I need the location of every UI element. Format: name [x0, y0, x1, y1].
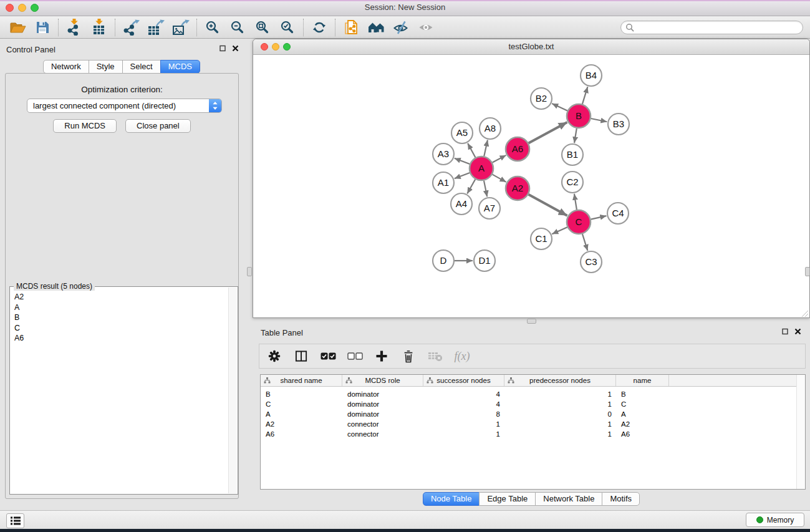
open-session-button[interactable]	[5, 18, 30, 37]
tab-motifs[interactable]: Motifs	[602, 492, 640, 506]
left-splitter-grip[interactable]	[247, 267, 252, 276]
function-builder-button[interactable]: f(x)	[453, 347, 471, 365]
graph-edge-A-A4[interactable]	[467, 179, 475, 193]
column-header-shared-name[interactable]: shared name	[261, 375, 342, 386]
hide-graphics-details-button[interactable]	[388, 18, 413, 37]
graph-node-C1[interactable]: C1	[531, 228, 552, 249]
float-panel-icon[interactable]	[782, 328, 789, 335]
result-item[interactable]: A	[14, 302, 238, 313]
graph-node-D[interactable]: D	[433, 250, 454, 271]
show-column-button[interactable]	[292, 347, 310, 365]
table-row[interactable]: A2connector11A2	[261, 419, 805, 429]
export-image-button[interactable]	[168, 18, 193, 37]
tab-edge-table[interactable]: Edge Table	[479, 492, 536, 506]
search-box[interactable]	[620, 21, 803, 34]
show-graphics-details-button[interactable]	[413, 18, 438, 37]
run-mcds-button[interactable]: Run MCDS	[53, 119, 117, 133]
graph-node-B1[interactable]: B1	[562, 144, 583, 165]
graph-node-B3[interactable]: B3	[608, 114, 629, 135]
column-header-name[interactable]: name	[616, 375, 669, 386]
table-row[interactable]: Adominator80A	[261, 409, 805, 419]
graph-edge-A-A1[interactable]	[455, 173, 470, 178]
graph-node-A1[interactable]: A1	[433, 172, 454, 193]
zoom-selected-button[interactable]	[275, 18, 300, 37]
graph-node-B[interactable]: B	[567, 104, 591, 128]
select-all-columns-button[interactable]	[319, 347, 337, 365]
import-network-button[interactable]	[62, 18, 87, 37]
graph-edge-C-C4[interactable]	[591, 216, 607, 220]
export-table-button[interactable]	[143, 18, 168, 37]
refresh-layout-button[interactable]	[307, 18, 332, 37]
graph-edge-A-A3[interactable]	[455, 158, 470, 164]
graph-edge-A-A8[interactable]	[484, 140, 488, 157]
import-table-button[interactable]	[87, 18, 112, 37]
column-header-predecessor-nodes[interactable]: predecessor nodes	[504, 375, 616, 386]
graph-edge-A-A7[interactable]	[484, 181, 487, 197]
graph-edge-B-B2[interactable]	[552, 104, 567, 111]
table-row[interactable]: Bdominator41B	[261, 389, 805, 399]
search-input[interactable]	[634, 21, 803, 34]
tab-node-table[interactable]: Node Table	[423, 492, 480, 506]
unselect-all-columns-button[interactable]	[346, 347, 364, 365]
graph-node-C[interactable]: C	[567, 210, 591, 234]
new-network-from-selection-button[interactable]	[339, 18, 364, 37]
table-scrollbar[interactable]	[796, 375, 805, 489]
network-window-titlebar[interactable]: testGlobe.txt	[253, 39, 809, 55]
graph-edge-C-C1[interactable]	[552, 227, 567, 234]
zoom-in-button[interactable]	[200, 18, 225, 37]
optimization-criterion-select[interactable]: largest connected component (directed)	[27, 99, 222, 113]
graph-edge-A-A6[interactable]	[493, 155, 506, 163]
task-history-button[interactable]	[6, 513, 24, 528]
graph-node-D1[interactable]: D1	[474, 250, 495, 271]
result-item[interactable]: B	[14, 312, 238, 323]
close-panel-icon[interactable]	[794, 328, 801, 335]
tab-network[interactable]: Network	[43, 60, 89, 74]
graph-edge-A2-C[interactable]	[529, 195, 567, 216]
column-header-MCDS-role[interactable]: MCDS role	[342, 375, 423, 386]
tab-network-table[interactable]: Network Table	[535, 492, 602, 506]
zoom-out-button[interactable]	[225, 18, 250, 37]
table-row[interactable]: A6connector11A6	[261, 429, 805, 439]
graph-edge-B-B4[interactable]	[582, 87, 588, 104]
graph-node-A[interactable]: A	[470, 157, 493, 180]
graph-edge-A-A5[interactable]	[468, 143, 475, 158]
right-splitter-grip[interactable]	[805, 267, 810, 276]
export-network-button[interactable]	[118, 18, 143, 37]
graph-node-C4[interactable]: C4	[607, 203, 629, 224]
tab-style[interactable]: Style	[89, 60, 123, 74]
save-session-button[interactable]	[30, 18, 55, 37]
close-panel-icon[interactable]	[232, 45, 239, 52]
close-panel-button[interactable]: Close panel	[125, 119, 191, 133]
graph-node-A8[interactable]: A8	[480, 118, 501, 139]
window-resize-grip[interactable]	[801, 310, 809, 317]
graph-node-A4[interactable]: A4	[451, 193, 472, 215]
graph-edge-C-C2[interactable]	[574, 194, 577, 210]
result-item[interactable]: A6	[14, 333, 238, 344]
create-new-column-button[interactable]	[373, 347, 390, 365]
graph-edge-C-C3[interactable]	[582, 234, 587, 251]
network-canvas[interactable]: AA1A2A3A4A5A6A7A8BB1B2B3B4CC1C2C3C4DD1	[253, 55, 809, 318]
graph-node-A7[interactable]: A7	[479, 198, 500, 219]
graph-node-C3[interactable]: C3	[581, 251, 602, 273]
delete-columns-button[interactable]	[400, 347, 417, 365]
table-row[interactable]: Cdominator41C	[261, 399, 805, 409]
graph-edge-A6-B[interactable]	[529, 122, 567, 143]
float-panel-icon[interactable]	[219, 45, 226, 52]
graph-edge-A-A2[interactable]	[493, 175, 506, 182]
delete-table-button[interactable]	[427, 347, 444, 365]
graph-node-B2[interactable]: B2	[531, 88, 552, 109]
zoom-fit-button[interactable]	[250, 18, 275, 37]
result-item[interactable]: C	[14, 323, 238, 334]
tab-mcds[interactable]: MCDS	[160, 60, 200, 74]
column-header-successor-nodes[interactable]: successor nodes	[423, 375, 504, 386]
table-settings-button[interactable]	[266, 347, 283, 365]
graph-node-B4[interactable]: B4	[581, 65, 602, 86]
result-scrollbar[interactable]	[228, 288, 237, 493]
tab-select[interactable]: Select	[122, 60, 161, 74]
graph-node-A2[interactable]: A2	[506, 177, 529, 200]
graph-edge-B-B1[interactable]	[574, 128, 577, 143]
graph-edge-B-B3[interactable]	[591, 118, 607, 122]
graph-node-A5[interactable]: A5	[451, 122, 473, 143]
graph-node-A3[interactable]: A3	[433, 143, 454, 165]
memory-button[interactable]: Memory	[746, 513, 804, 527]
